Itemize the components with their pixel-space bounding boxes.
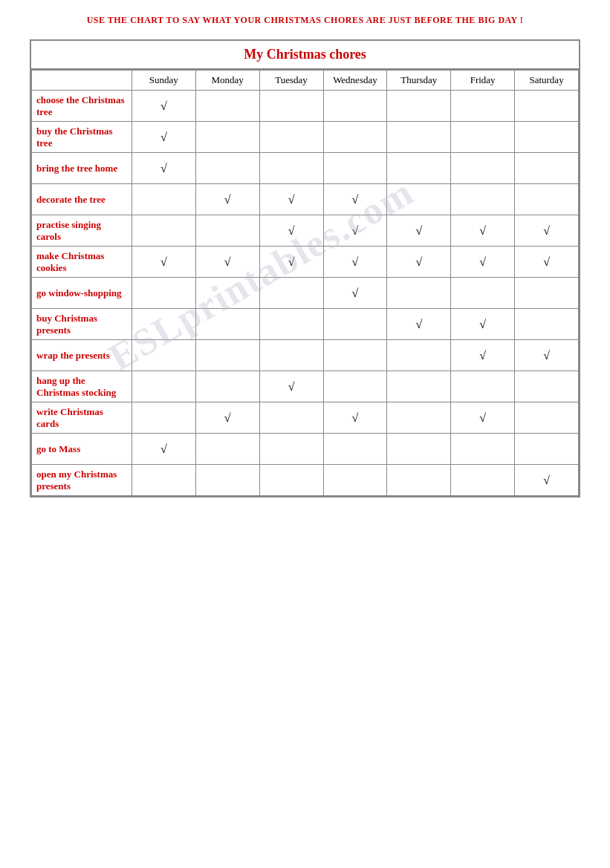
chores-table: SundayMondayTuesdayWednesdayThursdayFrid…	[31, 70, 579, 496]
check-cell: √	[515, 247, 579, 278]
check-cell: √	[259, 247, 323, 278]
table-row: practise singing carols√√√√√	[32, 215, 579, 247]
chore-label: write Christmas cards	[32, 402, 132, 434]
check-cell	[387, 153, 451, 184]
check-cell	[451, 278, 515, 309]
check-cell	[132, 215, 195, 247]
table-row: go window-shopping√	[32, 278, 579, 309]
check-cell	[195, 465, 259, 496]
check-cell: √	[259, 184, 323, 215]
check-cell	[451, 371, 515, 402]
check-cell	[323, 91, 387, 122]
check-cell: √	[132, 247, 195, 278]
check-cell	[132, 184, 195, 215]
check-cell: √	[451, 247, 515, 278]
table-header-row: SundayMondayTuesdayWednesdayThursdayFrid…	[32, 71, 579, 91]
check-cell: √	[387, 309, 451, 340]
check-cell: √	[259, 371, 323, 402]
check-cell: √	[451, 340, 515, 371]
chore-label: practise singing carols	[32, 215, 132, 247]
chore-label: go window-shopping	[32, 278, 132, 309]
chore-label: decorate the tree	[32, 184, 132, 215]
check-cell	[387, 465, 451, 496]
check-cell	[515, 278, 579, 309]
check-cell: √	[515, 215, 579, 247]
header-day-wednesday: Wednesday	[323, 71, 387, 91]
chore-label: choose the Christmas tree	[32, 91, 132, 122]
header-day-monday: Monday	[195, 71, 259, 91]
header-day-sunday: Sunday	[132, 71, 195, 91]
table-row: hang up the Christmas stocking√	[32, 371, 579, 402]
check-cell	[259, 340, 323, 371]
check-cell	[132, 465, 195, 496]
check-cell: √	[132, 122, 195, 153]
check-cell: √	[387, 215, 451, 247]
table-row: open my Christmas presents√	[32, 465, 579, 496]
check-cell: √	[195, 184, 259, 215]
check-cell: √	[323, 247, 387, 278]
check-cell	[259, 434, 323, 465]
check-cell	[515, 122, 579, 153]
table-row: choose the Christmas tree√	[32, 91, 579, 122]
header-chore	[32, 71, 132, 91]
header-day-thursday: Thursday	[387, 71, 451, 91]
check-cell	[387, 340, 451, 371]
check-cell	[132, 309, 195, 340]
table-row: write Christmas cards√√√	[32, 402, 579, 434]
check-cell: √	[515, 465, 579, 496]
check-cell	[132, 278, 195, 309]
check-cell	[387, 91, 451, 122]
check-cell	[323, 340, 387, 371]
check-cell	[387, 278, 451, 309]
check-cell	[195, 122, 259, 153]
check-cell	[323, 465, 387, 496]
chore-label: make Christmas cookies	[32, 247, 132, 278]
check-cell	[515, 91, 579, 122]
table-row: buy Christmas presents√√	[32, 309, 579, 340]
check-cell	[323, 122, 387, 153]
check-cell	[515, 434, 579, 465]
check-cell	[323, 153, 387, 184]
check-cell	[451, 465, 515, 496]
check-cell	[195, 309, 259, 340]
check-cell	[259, 91, 323, 122]
check-cell	[195, 340, 259, 371]
check-cell	[387, 402, 451, 434]
check-cell	[195, 278, 259, 309]
check-cell	[195, 434, 259, 465]
chores-table-container: My Christmas chores SundayMondayTuesdayW…	[30, 39, 580, 497]
check-cell	[259, 153, 323, 184]
header-day-saturday: Saturday	[515, 71, 579, 91]
chore-label: bring the tree home	[32, 153, 132, 184]
check-cell	[195, 153, 259, 184]
chore-label: buy the Christmas tree	[32, 122, 132, 153]
instruction-text: USE THE CHART TO SAY WHAT YOUR CHRISTMAS…	[30, 15, 580, 26]
check-cell: √	[451, 215, 515, 247]
check-cell: √	[451, 309, 515, 340]
check-cell: √	[323, 278, 387, 309]
chore-label: buy Christmas presents	[32, 309, 132, 340]
table-row: make Christmas cookies√√√√√√√	[32, 247, 579, 278]
check-cell	[515, 309, 579, 340]
check-cell	[387, 434, 451, 465]
chore-label: hang up the Christmas stocking	[32, 371, 132, 402]
check-cell: √	[132, 153, 195, 184]
chore-label: open my Christmas presents	[32, 465, 132, 496]
check-cell: √	[323, 215, 387, 247]
table-row: decorate the tree√√√	[32, 184, 579, 215]
check-cell: √	[195, 247, 259, 278]
check-cell: √	[515, 340, 579, 371]
table-title: My Christmas chores	[31, 41, 579, 70]
check-cell	[515, 153, 579, 184]
check-cell: √	[259, 215, 323, 247]
check-cell	[387, 371, 451, 402]
table-row: bring the tree home√	[32, 153, 579, 184]
check-cell	[259, 122, 323, 153]
chore-label: go to Mass	[32, 434, 132, 465]
check-cell	[259, 309, 323, 340]
table-row: wrap the presents√√	[32, 340, 579, 371]
check-cell	[451, 91, 515, 122]
check-cell	[515, 371, 579, 402]
check-cell	[195, 91, 259, 122]
check-cell	[323, 371, 387, 402]
